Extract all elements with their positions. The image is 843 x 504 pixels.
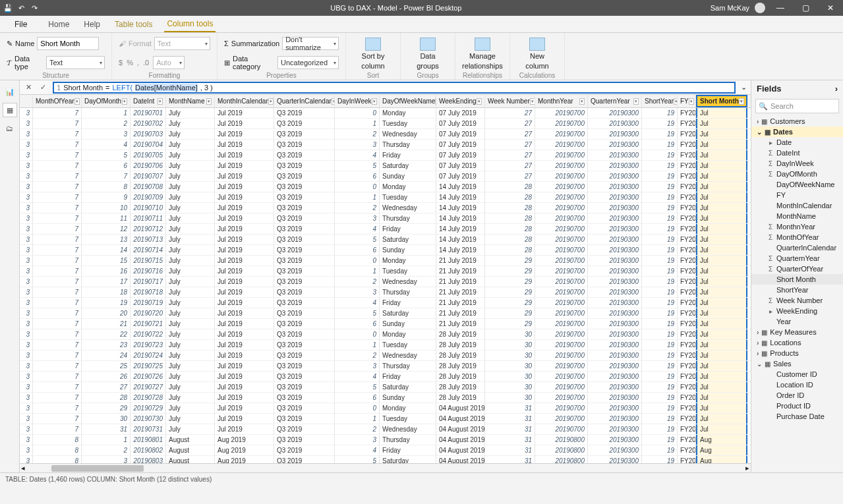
column-header-ShortYear[interactable]: ShortYear▾	[642, 95, 678, 107]
scroll-left-icon[interactable]: ◂	[21, 464, 25, 472]
table-row[interactable]: 371820190718JulyJul 2019Q3 20193Thursday…	[20, 287, 751, 298]
column-header-DayInWeek[interactable]: DayInWeek▾	[335, 95, 380, 107]
table-row[interactable]: 371320190713JulyJul 2019Q3 20195Saturday…	[20, 235, 751, 245]
decimal-auto[interactable]: Auto	[153, 56, 185, 69]
fields-field-week-number[interactable]: ΣWeek Number	[751, 295, 843, 306]
column-header-MonthOfYear[interactable]: MonthOfYear▾	[33, 95, 82, 107]
fields-field-dayofweekname[interactable]: DayOfWeekName	[751, 179, 843, 190]
table-row[interactable]: 38320190803AugustAug 2019Q3 20195Saturda…	[20, 456, 751, 463]
table-row[interactable]: 372520190725JulyJul 2019Q3 20193Thursday…	[20, 361, 751, 372]
table-row[interactable]: 37320190703JulyJul 2019Q3 20192Wednesday…	[20, 129, 751, 140]
fields-field-order-id[interactable]: Order ID	[751, 390, 843, 401]
fields-table-locations[interactable]: ▦Locations	[751, 337, 843, 348]
minimize-button[interactable]: —	[770, 0, 790, 16]
column-header-FY[interactable]: FY▾	[678, 95, 696, 107]
table-row[interactable]: 372720190727JulyJul 2019Q3 20195Saturday…	[20, 382, 751, 393]
fields-field-dateint[interactable]: ΣDateInt	[751, 148, 843, 158]
cancel-formula-icon[interactable]: ✕	[24, 83, 33, 92]
undo-icon[interactable]: ↶	[16, 3, 26, 13]
table-row[interactable]: 371720190717JulyJul 2019Q3 20192Wednesda…	[20, 277, 751, 287]
fields-field-shortyear[interactable]: ShortYear	[751, 285, 843, 295]
data-groups-button[interactable]: Datagroups	[407, 36, 448, 70]
table-row[interactable]: 371120190711JulyJul 2019Q3 20193Thursday…	[20, 213, 751, 224]
fields-field-monthnyear[interactable]: ΣMonthnYear	[751, 221, 843, 232]
fields-field-fy[interactable]: FY	[751, 190, 843, 200]
column-header-QuarternYear[interactable]: QuarternYear▾	[588, 95, 642, 107]
fields-field-monthname[interactable]: MonthName	[751, 211, 843, 221]
new-column-button[interactable]: Newcolumn	[517, 36, 558, 70]
table-row[interactable]: 38120190801AugustAug 2019Q3 20193Thursda…	[20, 435, 751, 445]
fields-table-customers[interactable]: ▦Customers	[751, 116, 843, 126]
maximize-button[interactable]: ▢	[796, 0, 815, 16]
fields-field-product-id[interactable]: Product ID	[751, 401, 843, 411]
table-row[interactable]: 37220190702JulyJul 2019Q3 20191Tuesday07…	[20, 119, 751, 129]
column-header-Week Number[interactable]: Week Number▾	[485, 95, 535, 107]
table-row[interactable]: 372120190721JulyJul 2019Q3 20196Sunday21…	[20, 319, 751, 329]
table-row[interactable]: 37120190701JulyJul 2019Q3 20190Monday07 …	[20, 108, 751, 119]
scroll-right-icon[interactable]: ▸	[745, 464, 749, 472]
fields-field-customer-id[interactable]: Customer ID	[751, 369, 843, 379]
category-dropdown[interactable]: Uncategorized	[277, 56, 339, 69]
column-header-MonthName[interactable]: MonthName▾	[166, 95, 215, 107]
table-row[interactable]: 373020190730JulyJul 2019Q3 20191Tuesday0…	[20, 414, 751, 424]
fields-field-date[interactable]: ▸Date	[751, 137, 843, 148]
sort-by-column-button[interactable]: Sort bycolumn	[353, 36, 393, 70]
format-dropdown[interactable]: Text	[154, 37, 210, 50]
tab-home[interactable]: Home	[45, 16, 72, 32]
scroll-thumb[interactable]	[51, 465, 144, 472]
datatype-dropdown[interactable]: Text	[46, 56, 105, 69]
fields-field-purchase-date[interactable]: Purchase Date	[751, 411, 843, 422]
table-row[interactable]: 372920190729JulyJul 2019Q3 20190Monday04…	[20, 403, 751, 414]
fields-field-quarternyear[interactable]: ΣQuarternYear	[751, 253, 843, 264]
table-row[interactable]: 371020190710JulyJul 2019Q3 20192Wednesda…	[20, 203, 751, 213]
table-row[interactable]: 37520190705JulyJul 2019Q3 20194Friday07 …	[20, 150, 751, 161]
table-row[interactable]: 37720190707JulyJul 2019Q3 20196Sunday07 …	[20, 171, 751, 182]
table-row[interactable]: 37820190708JulyJul 2019Q3 20190Monday14 …	[20, 182, 751, 192]
table-row[interactable]: 372220190722JulyJul 2019Q3 20190Monday28…	[20, 329, 751, 340]
column-header-Short Month[interactable]: Short Month▾	[696, 95, 747, 107]
percent-icon[interactable]: %	[127, 59, 133, 67]
table-row[interactable]: 372620190726JulyJul 2019Q3 20194Friday28…	[20, 372, 751, 382]
fields-field-monthincalendar[interactable]: MonthInCalendar	[751, 200, 843, 211]
column-header-MonthInCalendar[interactable]: MonthInCalendar▾	[215, 95, 274, 107]
table-row[interactable]: 371420190714JulyJul 2019Q3 20196Sunday14…	[20, 245, 751, 256]
table-row[interactable]: 371520190715JulyJul 2019Q3 20190Monday21…	[20, 256, 751, 266]
column-header-DayOfWeekName[interactable]: DayOfWeekName▾	[380, 95, 436, 107]
name-input[interactable]	[37, 37, 99, 50]
table-row[interactable]: 372420190724JulyJul 2019Q3 20192Wednesda…	[20, 350, 751, 361]
formula-input[interactable]: 1 Short Month = LEFT( Dates[MonthName] ,…	[53, 82, 736, 94]
column-header-DayOfMonth[interactable]: DayOfMonth▾	[82, 95, 131, 107]
avatar[interactable]	[755, 3, 765, 13]
table-row[interactable]: 371220190712JulyJul 2019Q3 20194Friday14…	[20, 224, 751, 235]
expand-formula-icon[interactable]: ⌄	[741, 83, 747, 92]
horizontal-scrollbar[interactable]: ◂ ▸	[20, 463, 751, 472]
table-row[interactable]: 37420190704JulyJul 2019Q3 20193Thursday0…	[20, 140, 751, 150]
tab-table-tools[interactable]: Table tools	[112, 16, 155, 32]
manage-relationships-button[interactable]: Managerelationships	[462, 36, 503, 70]
fields-search[interactable]: 🔍 Search	[755, 99, 839, 113]
fields-field-dayofmonth[interactable]: ΣDayOfMonth	[751, 169, 843, 179]
fields-table-sales[interactable]: ▦Sales	[751, 358, 843, 369]
column-header-MonthnYear[interactable]: MonthnYear▾	[535, 95, 588, 107]
currency-icon[interactable]: $	[119, 59, 123, 67]
fields-field-dayinweek[interactable]: ΣDayInWeek	[751, 158, 843, 169]
close-button[interactable]: ✕	[821, 0, 840, 16]
fields-table-key-measures[interactable]: ▦Key Measures	[751, 327, 843, 337]
column-header-WeekEnding[interactable]: WeekEnding▾	[436, 95, 485, 107]
fields-table-dates[interactable]: ▦Dates	[751, 126, 843, 137]
fields-field-quarterincalendar[interactable]: QuarterInCalendar	[751, 242, 843, 253]
fields-field-short-month[interactable]: Short Month	[751, 274, 843, 285]
fields-field-quarterofyear[interactable]: ΣQuarterOfYear	[751, 264, 843, 274]
fields-field-location-id[interactable]: Location ID	[751, 379, 843, 390]
table-row[interactable]: 371920190719JulyJul 2019Q3 20194Friday21…	[20, 298, 751, 308]
table-row[interactable]: 37920190709JulyJul 2019Q3 20191Tuesday14…	[20, 192, 751, 203]
table-row[interactable]: 38220190802AugustAug 2019Q3 20194Friday0…	[20, 445, 751, 456]
file-tab[interactable]: File	[5, 16, 36, 32]
commit-formula-icon[interactable]: ✓	[38, 83, 47, 92]
fields-table-products[interactable]: ▦Products	[751, 348, 843, 358]
report-view-icon[interactable]: 📊	[3, 84, 17, 99]
column-header-index[interactable]	[20, 95, 33, 107]
column-header-DateInt[interactable]: DateInt▾	[131, 95, 166, 107]
table-row[interactable]: 372020190720JulyJul 2019Q3 20195Saturday…	[20, 308, 751, 319]
redo-icon[interactable]: ↷	[29, 3, 40, 13]
